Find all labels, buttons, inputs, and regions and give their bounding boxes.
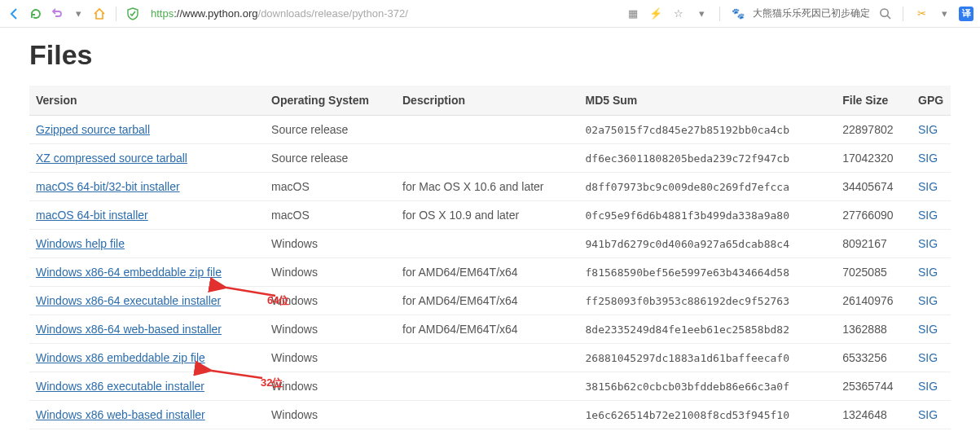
toolbar-right: ▦ ⚡ ☆ ▾ 🐾 大熊猫乐乐死因已初步确定 ✂ ▾ 译 bbox=[625, 6, 973, 22]
col-os: Operating System bbox=[265, 86, 396, 116]
table-row: Windows x86 executable installerWindows3… bbox=[29, 372, 951, 401]
table-row: Windows x86-64 executable installerWindo… bbox=[29, 287, 951, 315]
separator bbox=[719, 7, 720, 21]
cell-version: macOS 64-bit/32-bit installer bbox=[29, 173, 265, 201]
sig-link[interactable]: SIG bbox=[918, 123, 938, 136]
cell-version: XZ compressed source tarball bbox=[29, 144, 265, 173]
cell-size: 27766090 bbox=[836, 201, 912, 230]
table-row: Windows help fileWindows941b7d6279c0d406… bbox=[29, 230, 951, 258]
search-icon[interactable] bbox=[877, 6, 893, 22]
cell-desc bbox=[396, 401, 579, 429]
annotation-label-64: 64位 bbox=[267, 293, 289, 308]
flash-icon[interactable]: ⚡ bbox=[648, 6, 664, 22]
panda-icon[interactable]: 🐾 bbox=[730, 6, 746, 22]
undo-button[interactable] bbox=[49, 6, 65, 22]
bookmark-text[interactable]: 大熊猫乐乐死因已初步确定 bbox=[753, 7, 870, 20]
cell-gpg: SIG bbox=[912, 315, 951, 344]
scissors-icon[interactable]: ✂ bbox=[913, 6, 929, 22]
back-button[interactable] bbox=[7, 6, 23, 22]
cell-version: macOS 64-bit installer bbox=[29, 201, 265, 230]
cell-desc: for AMD64/EM64T/x64 bbox=[396, 315, 579, 344]
sig-link[interactable]: SIG bbox=[918, 408, 938, 421]
cell-md5: ff258093f0b3953c886192dec9f52763 bbox=[579, 287, 837, 315]
cell-md5: 0fc95e9f6d6b4881f3b499da338a9a80 bbox=[579, 201, 837, 230]
sig-link[interactable]: SIG bbox=[918, 294, 938, 307]
cell-size: 22897802 bbox=[836, 116, 912, 144]
col-size: File Size bbox=[836, 86, 912, 116]
sig-link[interactable]: SIG bbox=[918, 351, 938, 364]
shield-icon[interactable] bbox=[125, 6, 141, 22]
reload-button[interactable] bbox=[28, 6, 44, 22]
sig-link[interactable]: SIG bbox=[918, 237, 938, 250]
cell-os: macOS bbox=[265, 201, 396, 230]
download-link[interactable]: Windows x86 executable installer bbox=[36, 380, 204, 393]
cell-md5: 02a75015f7cd845e27b85192bb0ca4cb bbox=[579, 116, 837, 144]
download-link[interactable]: Windows x86 embeddable zip file bbox=[36, 351, 205, 364]
separator bbox=[903, 7, 903, 21]
table-row: Windows x86-64 embeddable zip fileWindow… bbox=[29, 258, 951, 287]
download-link[interactable]: macOS 64-bit installer bbox=[36, 209, 148, 222]
col-gpg: GPG bbox=[912, 86, 951, 116]
table-row: Windows x86 web-based installerWindows1e… bbox=[29, 401, 951, 429]
download-link[interactable]: Windows x86-64 embeddable zip file bbox=[36, 266, 222, 279]
cell-gpg: SIG bbox=[912, 401, 951, 429]
download-link[interactable]: Windows x86-64 web-based installer bbox=[36, 323, 222, 336]
sig-link[interactable]: SIG bbox=[918, 266, 938, 279]
chevron-down-icon[interactable]: ▾ bbox=[693, 6, 710, 22]
table-row: XZ compressed source tarballSource relea… bbox=[29, 144, 951, 173]
sig-link[interactable]: SIG bbox=[918, 209, 938, 222]
cell-version: Windows x86-64 embeddable zip file bbox=[29, 258, 265, 287]
home-button[interactable] bbox=[91, 6, 108, 22]
svg-point-0 bbox=[880, 9, 887, 16]
files-table-head: Version Operating System Description MD5… bbox=[29, 86, 951, 116]
download-link[interactable]: Windows x86-64 executable installer bbox=[36, 294, 221, 307]
table-row: Windows x86 embeddable zip fileWindows26… bbox=[29, 344, 951, 372]
address-bar[interactable]: https://www.python.org/downloads/release… bbox=[146, 7, 620, 20]
download-link[interactable]: Windows help file bbox=[36, 237, 125, 250]
cell-version: Windows x86 embeddable zip file bbox=[29, 344, 265, 372]
cell-version: Windows x86-64 executable installer bbox=[29, 287, 265, 315]
separator bbox=[116, 7, 116, 21]
cell-os: Windows bbox=[265, 258, 396, 287]
sig-link[interactable]: SIG bbox=[918, 323, 938, 336]
table-row: macOS 64-bit/32-bit installermacOSfor Ma… bbox=[29, 173, 951, 201]
cell-os: Windows bbox=[265, 230, 396, 258]
cell-desc bbox=[396, 344, 579, 372]
sig-link[interactable]: SIG bbox=[918, 152, 938, 165]
url-host: ://www.python.org bbox=[174, 7, 257, 20]
qr-icon[interactable]: ▦ bbox=[625, 6, 641, 22]
table-header-row: Version Operating System Description MD5… bbox=[29, 86, 951, 116]
download-link[interactable]: Windows x86 web-based installer bbox=[36, 408, 205, 421]
cell-os: Source release bbox=[265, 116, 396, 144]
annotation-label-32: 32位 bbox=[261, 376, 283, 390]
cell-size: 7025085 bbox=[836, 258, 912, 287]
cell-md5: 1e6c626514b72e21008f8cd53f945f10 bbox=[579, 401, 837, 429]
cell-gpg: SIG bbox=[912, 372, 951, 401]
cell-md5: 8de2335249d84fe1eeb61ec25858bd82 bbox=[579, 315, 837, 344]
sig-link[interactable]: SIG bbox=[918, 380, 938, 393]
translate-button[interactable]: 译 bbox=[959, 7, 973, 21]
download-link[interactable]: Gzipped source tarball bbox=[36, 123, 150, 136]
cell-md5: 941b7d6279c0d4060a927a65dcab88c4 bbox=[579, 230, 837, 258]
table-row: Windows x86-64 web-based installerWindow… bbox=[29, 315, 951, 344]
dropdown-icon[interactable]: ▾ bbox=[70, 6, 86, 22]
cell-desc: for AMD64/EM64T/x64 bbox=[396, 258, 579, 287]
page-content: Files Version Operating System Descripti… bbox=[0, 28, 980, 431]
star-icon[interactable]: ☆ bbox=[670, 6, 687, 22]
chevron-down-icon[interactable]: ▾ bbox=[936, 6, 952, 22]
download-link[interactable]: XZ compressed source tarball bbox=[36, 152, 187, 165]
sig-link[interactable]: SIG bbox=[918, 180, 938, 193]
cell-size: 1362888 bbox=[836, 315, 912, 344]
files-table: Version Operating System Description MD5… bbox=[29, 86, 951, 429]
cell-size: 25365744 bbox=[836, 372, 912, 401]
cell-gpg: SIG bbox=[912, 173, 951, 201]
cell-desc: for AMD64/EM64T/x64 bbox=[396, 287, 579, 315]
col-md5: MD5 Sum bbox=[579, 86, 837, 116]
download-link[interactable]: macOS 64-bit/32-bit installer bbox=[36, 180, 180, 193]
page-title: Files bbox=[29, 39, 951, 71]
cell-size: 6533256 bbox=[836, 344, 912, 372]
cell-version: Windows x86 web-based installer bbox=[29, 401, 265, 429]
cell-gpg: SIG bbox=[912, 116, 951, 144]
files-table-body: Gzipped source tarballSource release02a7… bbox=[29, 116, 951, 429]
cell-size: 34405674 bbox=[836, 173, 912, 201]
